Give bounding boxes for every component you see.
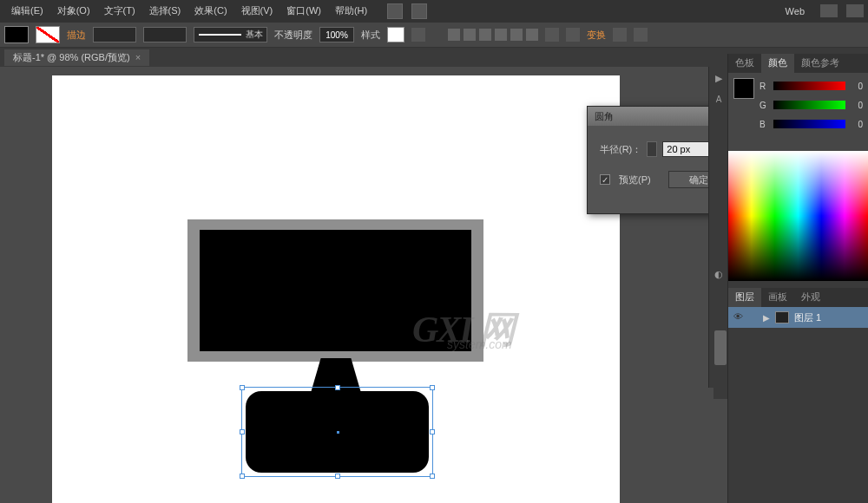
fill-color-swatch[interactable]	[4, 26, 29, 43]
stroke-color-swatch[interactable]	[36, 26, 60, 43]
opacity-label: 不透明度	[274, 29, 312, 42]
transform-icon-2[interactable]	[634, 28, 648, 42]
layer-row[interactable]: 👁 ▶ 图层 1	[728, 307, 868, 328]
close-tab-icon[interactable]: ×	[135, 52, 141, 62]
stroke-weight[interactable]	[93, 27, 136, 42]
align-middle-icon[interactable]	[510, 29, 523, 41]
maximize-icon[interactable]	[846, 4, 864, 17]
opacity-field[interactable]: 100%	[319, 27, 354, 42]
preview-checkbox[interactable]: ✓	[600, 174, 610, 185]
selection-handle-bl[interactable]	[240, 474, 245, 479]
selection-handle-bm[interactable]	[335, 474, 340, 479]
color-tab[interactable]: 颜色	[761, 54, 794, 73]
preview-label: 预览(P)	[619, 173, 651, 186]
radius-spinner[interactable]	[647, 141, 657, 157]
stroke-width-field[interactable]	[143, 27, 187, 42]
menu-object[interactable]: 对象(O)	[50, 4, 97, 17]
selection-center-point	[337, 431, 339, 434]
panel-icon-a[interactable]: A	[709, 89, 728, 108]
layer-name[interactable]: 图层 1	[794, 311, 821, 324]
selection-handle-br[interactable]	[430, 474, 435, 479]
shape-mode-icon[interactable]	[545, 28, 559, 42]
radius-label: 半径(R)：	[600, 143, 641, 156]
r-value: 0	[851, 82, 863, 91]
document-tab-title: 标题-1* @ 98% (RGB/预览)	[13, 51, 130, 64]
b-label: B	[760, 120, 768, 129]
watermark-subtext: system.com	[447, 337, 512, 351]
graphic-style-swatch[interactable]	[387, 27, 404, 42]
menu-window[interactable]: 窗口(W)	[279, 4, 328, 17]
b-value: 0	[851, 120, 863, 129]
align-left-icon[interactable]	[448, 29, 460, 41]
menubar: 编辑(E) 对象(O) 文字(T) 选择(S) 效果(C) 视图(V) 窗口(W…	[0, 0, 868, 22]
panel-scrollbar[interactable]	[713, 330, 727, 399]
selection-handle-mr[interactable]	[430, 429, 435, 434]
layers-panel-body: 👁 ▶ 图层 1	[728, 307, 868, 328]
layers-tab[interactable]: 图层	[728, 288, 761, 307]
fill-stroke-mini-swatch[interactable]	[733, 78, 754, 99]
layer-thumbnail	[775, 311, 789, 323]
transform-label[interactable]: 变换	[587, 29, 606, 42]
profile-label: 基本	[246, 29, 266, 41]
color-panel-tabs: 色板 颜色 颜色参考	[728, 54, 868, 73]
r-label: R	[760, 82, 768, 91]
align-top-icon[interactable]	[495, 29, 507, 41]
artboard[interactable]: GXI 网 system.com	[52, 75, 620, 503]
workspace-switcher[interactable]: Web	[779, 6, 812, 16]
selection-handle-tl[interactable]	[240, 385, 245, 390]
selection-handle-ml[interactable]	[240, 429, 245, 434]
menu-edit[interactable]: 编辑(E)	[4, 4, 50, 17]
expand-layer-icon[interactable]: ▶	[763, 313, 770, 323]
visibility-icon[interactable]: 👁	[733, 311, 746, 323]
r-slider[interactable]	[773, 82, 845, 90]
g-slider[interactable]	[773, 101, 845, 109]
align-bottom-icon[interactable]	[526, 29, 538, 41]
align-center-icon[interactable]	[464, 29, 476, 41]
stroke-profile[interactable]: 基本	[194, 27, 267, 42]
menu-view[interactable]: 视图(V)	[234, 4, 280, 17]
align-right-icon[interactable]	[479, 29, 491, 41]
style-label: 样式	[361, 29, 380, 42]
menu-help[interactable]: 帮助(H)	[328, 4, 374, 17]
appearance-tab[interactable]: 外观	[794, 288, 827, 307]
g-value: 0	[851, 101, 863, 110]
minimize-icon[interactable]	[820, 4, 838, 17]
selection-handle-tm[interactable]	[335, 385, 340, 390]
selection-bounding-box[interactable]	[241, 387, 433, 477]
expand-strip-icon[interactable]: ▶	[709, 69, 728, 88]
isolate-icon[interactable]	[566, 28, 580, 42]
b-slider[interactable]	[773, 120, 845, 128]
artboards-tab[interactable]: 画板	[761, 288, 794, 307]
control-toolbar: 描边 基本 不透明度 100% 样式 变换	[0, 22, 868, 48]
color-spectrum[interactable]	[728, 151, 868, 281]
scroll-thumb[interactable]	[714, 330, 727, 365]
document-tab[interactable]: 标题-1* @ 98% (RGB/预览) ×	[4, 49, 149, 66]
swatches-tab[interactable]: 色板	[728, 54, 761, 73]
menu-text[interactable]: 文字(T)	[97, 4, 142, 17]
g-label: G	[760, 101, 768, 110]
align-group	[448, 29, 538, 41]
color-sliders-panel: R 0 G 0 B 0	[728, 73, 868, 151]
selection-handle-tr[interactable]	[430, 385, 435, 390]
layout-icon-2[interactable]	[411, 3, 427, 19]
layout-icon-1[interactable]	[387, 3, 403, 19]
panel-icon-spectrum[interactable]: ◐	[709, 265, 728, 284]
stroke-label: 描边	[67, 29, 86, 42]
recolor-icon[interactable]	[411, 28, 425, 42]
menu-select[interactable]: 选择(S)	[142, 4, 188, 17]
transform-icon-1[interactable]	[613, 28, 627, 42]
right-panel-dock: 色板 颜色 颜色参考 R 0 G 0 B 0	[727, 54, 868, 503]
menu-effect[interactable]: 效果(C)	[187, 4, 233, 17]
color-guide-tab[interactable]: 颜色参考	[794, 54, 846, 73]
layers-panel-tabs: 图层 画板 外观	[728, 288, 868, 307]
